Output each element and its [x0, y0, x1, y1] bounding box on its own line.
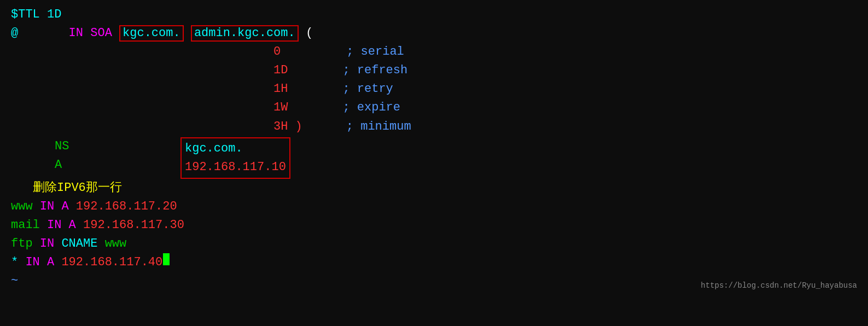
line-ttl: $TTL 1D	[11, 5, 857, 24]
ns-label: NS	[55, 137, 69, 156]
mail-in-a: IN A	[40, 216, 83, 235]
line-delete-ipv6: 删除IPV6那一行	[11, 179, 857, 197]
open-paren: (	[299, 24, 313, 43]
tilde-char: ~	[11, 272, 18, 290]
watermark: https://blog.csdn.net/Ryu_hayabusa	[701, 280, 857, 292]
a-value: 192.168.117.10	[185, 160, 286, 174]
ns-value: kgc.com.	[185, 142, 243, 155]
retry-value: 1H	[273, 80, 288, 98]
refresh-value: 1D	[273, 61, 288, 80]
line-mail: mail IN A 192.168.117.30	[11, 216, 857, 235]
cname-target: www	[97, 235, 126, 253]
ftp-label: ftp	[11, 235, 33, 253]
line-ns: NS	[11, 137, 164, 156]
line-www: www IN A 192.168.117.20	[11, 197, 857, 216]
wildcard-star: *	[11, 253, 18, 272]
line-serial: 0 ; serial	[11, 43, 857, 61]
refresh-comment: ; refresh	[342, 61, 407, 80]
line-retry: 1H ; retry	[11, 80, 857, 98]
line-minimum: 3H ) ; minimum	[11, 118, 857, 136]
ns-a-box: kgc.com. 192.168.117.10	[180, 137, 290, 179]
www-label: www	[11, 197, 33, 216]
line-ftp: ftp IN CNAME www	[11, 235, 857, 253]
in-soa-label: IN SOA	[18, 24, 119, 43]
expire-comment: ; expire	[342, 98, 400, 117]
ns-a-group: NS A kgc.com. 192.168.117.10	[11, 137, 857, 179]
www-ip: 192.168.117.20	[76, 197, 177, 216]
terminal-window: $TTL 1D @ IN SOA kgc.com. admin.kgc.com.…	[0, 0, 868, 296]
wildcard-in-a: IN A	[18, 253, 61, 272]
mail-label: mail	[11, 216, 40, 235]
ftp-in: IN	[33, 235, 62, 253]
ttl-text: $TTL 1D	[11, 5, 61, 24]
retry-comment: ; retry	[342, 80, 393, 98]
wildcard-ip: 192.168.117.40	[61, 253, 162, 272]
line-expire: 1W ; expire	[11, 98, 857, 117]
mail-ip: 192.168.117.30	[83, 216, 184, 235]
line-a: A	[11, 156, 164, 174]
at-symbol: @	[11, 24, 18, 43]
space	[184, 24, 191, 43]
primary-ns-boxed: kgc.com.	[119, 25, 184, 42]
cursor-block	[163, 253, 170, 265]
line-soa: @ IN SOA kgc.com. admin.kgc.com. (	[11, 24, 857, 43]
delete-ipv6-text: 删除IPV6那一行	[33, 179, 122, 197]
expire-value: 1W	[273, 98, 288, 117]
ns-a-values-boxed: kgc.com. 192.168.117.10	[180, 137, 290, 179]
admin-email-boxed: admin.kgc.com.	[191, 25, 299, 42]
serial-value: 0	[273, 43, 281, 61]
line-wildcard: * IN A 192.168.117.40	[11, 253, 857, 272]
serial-comment: ; serial	[346, 43, 404, 61]
minimum-value: 3H )	[273, 118, 302, 136]
cname-keyword: CNAME	[61, 235, 97, 253]
ns-a-labels: NS A	[11, 137, 164, 174]
line-refresh: 1D ; refresh	[11, 61, 857, 80]
minimum-comment: ; minimum	[346, 118, 411, 136]
www-in-a: IN A	[33, 197, 76, 216]
a-label: A	[55, 156, 62, 174]
